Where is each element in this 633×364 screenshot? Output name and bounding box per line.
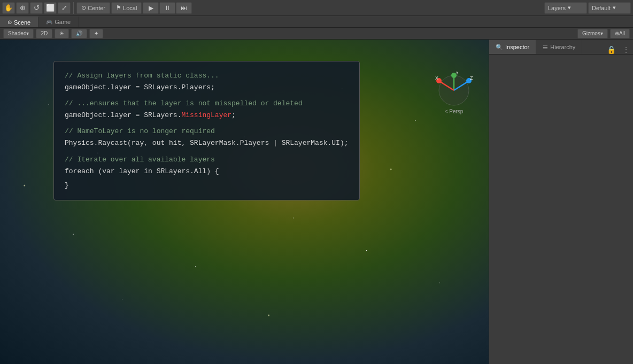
- svg-text:Y: Y: [456, 72, 459, 75]
- layers-dropdown-arrow: ▾: [568, 4, 571, 11]
- step-button[interactable]: ⏭: [176, 2, 192, 14]
- inspector-tabs: 🔍 Inspector ☰ Hierarchy 🔒 ⋮: [489, 40, 633, 55]
- scene-toolbar: Shaded ▾ 2D ☀ 🔊 ✦ Gizmos ▾ ⊕All: [0, 28, 633, 40]
- code-comment-5: // NameToLayer is no longer required: [65, 127, 215, 135]
- code-line-8: foreach (var layer in SRLayers.All) {: [65, 166, 349, 177]
- code-line-2: gameObject.layer = SRLayers.Players;: [65, 82, 349, 94]
- code-comment-1: // Assign layers from static class...: [65, 72, 219, 80]
- hand-tool-button[interactable]: ✋: [2, 2, 15, 14]
- tab-hierarchy[interactable]: ☰ Hierarchy: [536, 40, 582, 54]
- game-tab-label: Game: [55, 19, 71, 25]
- code-line-9: }: [65, 180, 349, 191]
- default-dropdown[interactable]: Default ▾: [588, 2, 631, 14]
- center-button[interactable]: ⊙ Center: [76, 2, 110, 14]
- hierarchy-icon: ☰: [543, 44, 548, 51]
- inspector-tab-label: Inspector: [505, 44, 529, 50]
- code-normal-4b: ;: [231, 111, 236, 119]
- gizmo-svg: Y Z X: [435, 72, 473, 109]
- game-tab-icon: 🎮: [46, 19, 52, 25]
- tab-scene[interactable]: ⊙ Scene: [0, 17, 38, 27]
- scene-game-tabs: ⊙ Scene 🎮 Game: [0, 16, 633, 28]
- code-comment-7: // Iterate over all available layers: [65, 156, 215, 164]
- hierarchy-tab-label: Hierarchy: [550, 44, 575, 50]
- refresh-button[interactable]: ↺: [30, 2, 43, 14]
- code-error-4: MissingLayer: [181, 111, 231, 119]
- gizmos-label: Gizmos: [582, 30, 600, 36]
- inspector-menu-button[interactable]: ⋮: [619, 45, 633, 54]
- separator-1: [73, 2, 74, 14]
- scene-gizmo[interactable]: Y Z X < Persp: [435, 72, 473, 114]
- code-overlay: // Assign layers from static class... ga…: [53, 61, 360, 200]
- code-line-6: Physics.Raycast(ray, out hit, SRLayerMas…: [65, 137, 349, 149]
- local-button[interactable]: ⚑ Local: [111, 2, 142, 14]
- default-label: Default: [592, 5, 611, 11]
- gizmo-label: < Persp: [445, 109, 464, 114]
- all-button[interactable]: ⊕All: [610, 29, 630, 38]
- gizmos-arrow: ▾: [600, 30, 603, 36]
- light-button[interactable]: ☀: [55, 29, 69, 38]
- code-line-7: // Iterate over all available layers: [65, 154, 349, 166]
- flag-icon: ⚑: [116, 4, 121, 11]
- code-normal-2: gameObject.layer = SRLayers.Players;: [65, 83, 215, 91]
- code-comment-3: // ...ensures that the layer is not miss…: [65, 99, 303, 107]
- inspector-icon: 🔍: [496, 44, 503, 51]
- scene-tab-icon: ⊙: [7, 19, 12, 25]
- shaded-button[interactable]: Shaded ▾: [3, 29, 34, 38]
- rect-tool-button[interactable]: ⬜: [44, 2, 57, 14]
- svg-text:Z: Z: [470, 75, 473, 81]
- shaded-label: Shaded: [8, 30, 26, 36]
- center-label: Center: [88, 5, 105, 11]
- main-area: // Assign layers from static class... ga…: [0, 40, 633, 364]
- tab-inspector[interactable]: 🔍 Inspector: [489, 40, 536, 54]
- play-button[interactable]: ▶: [143, 2, 159, 14]
- audio-button[interactable]: 🔊: [71, 29, 87, 38]
- code-normal-9: }: [65, 181, 69, 189]
- pause-button[interactable]: ⏸: [159, 2, 175, 14]
- layers-dropdown[interactable]: Layers ▾: [544, 2, 587, 14]
- top-toolbar: ✋ ⊕ ↺ ⬜ ⤢ ⊙ Center ⚑ Local ▶ ⏸ ⏭ Layers …: [0, 0, 633, 16]
- svg-text:X: X: [435, 75, 438, 81]
- code-line-1: // Assign layers from static class...: [65, 70, 349, 82]
- fx-button[interactable]: ✦: [89, 29, 103, 38]
- all-label: ⊕All: [615, 30, 625, 36]
- code-line-5: // NameToLayer is no longer required: [65, 126, 349, 137]
- layers-label: Layers: [548, 5, 566, 11]
- local-label: Local: [123, 5, 137, 11]
- default-dropdown-arrow: ▾: [613, 4, 616, 11]
- code-normal-8: foreach (var layer in SRLayers.All) {: [65, 167, 219, 175]
- gizmos-button[interactable]: Gizmos ▾: [577, 29, 608, 38]
- 2d-label: 2D: [41, 30, 48, 36]
- scene-view: // Assign layers from static class... ga…: [0, 40, 489, 364]
- center-icon: ⊙: [81, 4, 86, 11]
- code-line-3: // ...ensures that the layer is not miss…: [65, 98, 349, 110]
- tab-game[interactable]: 🎮 Game: [38, 17, 79, 27]
- code-line-4: gameObject.layer = SRLayers.MissingLayer…: [65, 110, 349, 121]
- 2d-button[interactable]: 2D: [36, 29, 52, 38]
- scene-tab-label: Scene: [14, 19, 30, 26]
- inspector-content: [489, 55, 633, 364]
- scale-tool-button[interactable]: ⤢: [58, 2, 71, 14]
- inspector-lock-button[interactable]: 🔒: [604, 45, 619, 54]
- code-normal-6: Physics.Raycast(ray, out hit, SRLayerMas…: [65, 139, 349, 147]
- play-controls: ▶ ⏸ ⏭: [143, 2, 192, 14]
- shaded-arrow: ▾: [26, 30, 29, 36]
- move-tool-button[interactable]: ⊕: [16, 2, 29, 14]
- code-normal-4a: gameObject.layer = SRLayers.: [65, 111, 181, 119]
- inspector-panel: 🔍 Inspector ☰ Hierarchy 🔒 ⋮: [489, 40, 633, 364]
